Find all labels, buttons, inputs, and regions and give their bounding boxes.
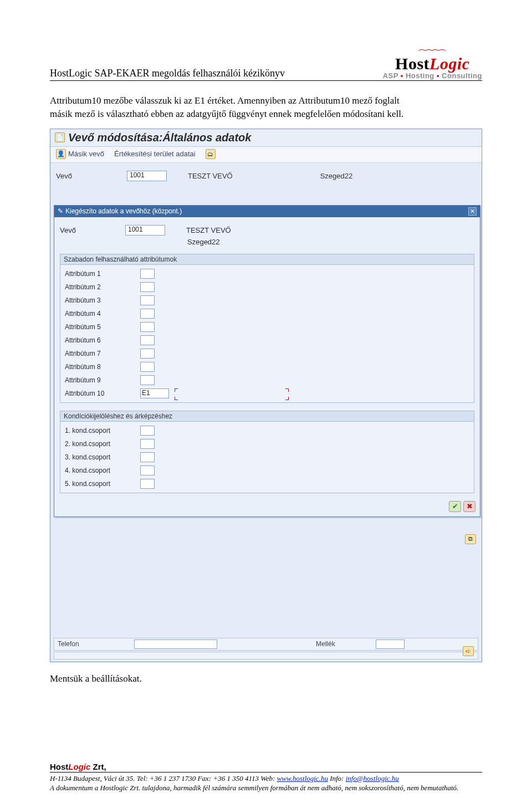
dialog-close-button[interactable]: ✕ — [468, 207, 477, 216]
kond-row-1: 1. kond.csoport — [65, 424, 469, 437]
mellek-input[interactable] — [376, 640, 405, 649]
dlg-customer-id-input[interactable]: 1001 — [125, 225, 165, 236]
dlg-customer-name: TESZT VEVŐ — [186, 226, 231, 234]
logo-logic-text: Logic — [429, 54, 469, 73]
dialog-title-text: Kiegészíto adatok a vevőhöz (központ.) — [63, 207, 468, 215]
mellek-label: Mellék — [316, 640, 371, 648]
attr-1-input[interactable] — [140, 269, 155, 279]
footer-host: Host — [50, 762, 68, 771]
page-footer: HostLogic Zrt, H-1134 Budapest, Váci út … — [50, 762, 482, 798]
attr-3-input[interactable] — [140, 295, 155, 305]
dialog-body: Vevő 1001 TESZT VEVŐ Szeged22 Szabadon f… — [54, 217, 480, 498]
dlg-customer-city: Szeged22 — [187, 238, 220, 246]
footer-address: H-1134 Budapest, Váci út 35. Tel: +36 1 … — [50, 774, 277, 782]
customer-label: Vevő — [56, 172, 122, 180]
footer-suffix: Zrt, — [90, 762, 106, 771]
customer-header-row: Vevő 1001 TESZT VEVŐ Szeged22 — [56, 171, 476, 181]
logo-host-text: Host — [395, 54, 429, 73]
attr-row-9: Attribútum 9 — [65, 374, 469, 387]
attr-2-input[interactable] — [140, 282, 155, 292]
telefon-label: Telefon — [58, 640, 130, 648]
customer-city-text: Szeged22 — [320, 172, 353, 180]
dialog-accept-button[interactable]: ✔ — [449, 501, 461, 512]
customer-id-input[interactable]: 1001 — [127, 171, 167, 181]
attr-7-input[interactable] — [140, 349, 155, 359]
more-phone-icon[interactable]: ➪ — [463, 646, 474, 656]
attr-row-4: Attribútum 4 — [65, 307, 469, 320]
attr-row-5: Attribútum 5 — [65, 320, 469, 334]
save-instruction: Mentsük a beállításokat. — [50, 673, 482, 684]
attr-row-10: Attribútum 10 E1 — [65, 387, 469, 400]
footer-logic: Logic — [68, 762, 90, 771]
dlg-customer-label: Vevő — [60, 226, 121, 234]
background-bottom-area: Telefon Mellék ➪ — [54, 637, 478, 659]
sales-area-button[interactable]: Értékesítési terület adatai — [114, 150, 196, 158]
condition-group-title: Kondíciókijelöléshez és árképzéshez — [60, 411, 474, 422]
sap-titlebar: 📄 Vevő módosítása:Általános adatok — [50, 129, 482, 147]
attr-6-input[interactable] — [140, 335, 155, 345]
customer-name-text: TESZT VEVŐ — [188, 172, 233, 180]
footer-info-prefix: Info: — [330, 774, 346, 782]
kond-5-input[interactable] — [140, 479, 155, 489]
new-customer-icon: 👤 — [56, 149, 66, 159]
kond-row-2: 2. kond.csoport — [65, 437, 469, 451]
footer-web-link[interactable]: www.hostlogic.hu — [277, 774, 328, 782]
attr-row-8: Attribútum 8 — [65, 360, 469, 374]
attr-10-input[interactable]: E1 — [140, 388, 169, 398]
side-expand-icon-2[interactable]: ⧉ — [465, 534, 476, 544]
dialog-footer: ✔ ✖ — [54, 498, 480, 516]
kond-4-input[interactable] — [140, 466, 155, 475]
logo-tagline: ASP • Hosting • Consulting — [383, 72, 482, 79]
additional-data-dialog: ✎ Kiegészíto adatok a vevőhöz (központ.)… — [54, 205, 480, 517]
attr-row-3: Attribútum 3 — [65, 294, 469, 307]
attributes-group: Szabadon felhasználható attribútumok Att… — [60, 254, 474, 403]
partial-row — [54, 652, 478, 659]
dialog-city-row: Szeged22 — [60, 238, 474, 246]
attributes-group-title: Szabadon felhasználható attribútumok — [60, 254, 474, 265]
dialog-titlebar: ✎ Kiegészíto adatok a vevőhöz (központ.)… — [54, 206, 480, 217]
search-help-bracket-tl — [175, 388, 178, 392]
search-help-bracket-tr — [285, 388, 289, 392]
attr-9-input[interactable] — [140, 375, 155, 385]
dialog-cancel-button[interactable]: ✖ — [463, 501, 475, 512]
condition-group-body: 1. kond.csoport 2. kond.csoport 3. kond.… — [60, 422, 474, 493]
attr-5-input[interactable] — [140, 322, 155, 332]
dialog-customer-row: Vevő 1001 TESZT VEVŐ — [60, 225, 474, 236]
sap-window-title: Vevő módosítása:Általános adatok — [68, 131, 251, 144]
kond-1-input[interactable] — [140, 426, 155, 436]
dialog-title-icon: ✎ — [58, 207, 63, 215]
attr-row-1: Attribútum 1 — [65, 267, 469, 280]
search-help-bracket-bl — [175, 397, 178, 400]
page-header: HostLogic SAP-EKAER megoldás felhasználó… — [50, 50, 482, 81]
footer-disclaimer: A dokumentum a Hostlogic Zrt. tulajdona,… — [50, 784, 458, 792]
search-help-bracket-br — [285, 397, 289, 400]
other-customer-button[interactable]: 👤 Másik vevő — [56, 149, 104, 159]
document-page: HostLogic SAP-EKAER megoldás felhasználó… — [0, 0, 532, 798]
attr-row-7: Attribútum 7 — [65, 347, 469, 360]
company-logo: ⁀⁀⁀⁀ HostLogic ASP • Hosting • Consultin… — [383, 50, 482, 79]
sap-subtoolbar: 👤 Másik vevő Értékesítési terület adatai… — [50, 147, 482, 163]
condition-group: Kondíciókijelöléshez és árképzéshez 1. k… — [60, 411, 474, 493]
attr-row-2: Attribútum 2 — [65, 280, 469, 294]
sap-main-area: Vevő 1001 TESZT VEVŐ Szeged22 artner ⧉ ⧉… — [50, 163, 482, 662]
kond-row-5: 5. kond.csoport — [65, 477, 469, 490]
toolbar-general-icon[interactable]: 🗂 — [206, 149, 216, 159]
attr-row-6: Attribútum 6 — [65, 334, 469, 347]
footer-email-link[interactable]: info@hostlogic.hu — [346, 774, 399, 782]
intro-paragraph: Attributum10 mezőbe válasszuk ki az E1 é… — [50, 94, 482, 121]
telefon-input[interactable] — [134, 640, 217, 649]
attributes-group-body: Attribútum 1 Attribútum 2 Attribútum 3 A… — [60, 265, 474, 402]
sap-window: 📄 Vevő módosítása:Általános adatok 👤 Más… — [50, 129, 482, 662]
kond-2-input[interactable] — [140, 439, 155, 449]
telefon-row: Telefon Mellék ➪ — [54, 638, 478, 651]
doc-title: HostLogic SAP-EKAER megoldás felhasználó… — [50, 68, 285, 79]
kond-row-4: 4. kond.csoport — [65, 464, 469, 477]
kond-row-3: 3. kond.csoport — [65, 451, 469, 464]
attr-8-input[interactable] — [140, 362, 155, 372]
footer-line: H-1134 Budapest, Váci út 35. Tel: +36 1 … — [50, 772, 482, 793]
attr-4-input[interactable] — [140, 309, 155, 319]
document-icon[interactable]: 📄 — [55, 132, 65, 142]
kond-3-input[interactable] — [140, 452, 155, 462]
